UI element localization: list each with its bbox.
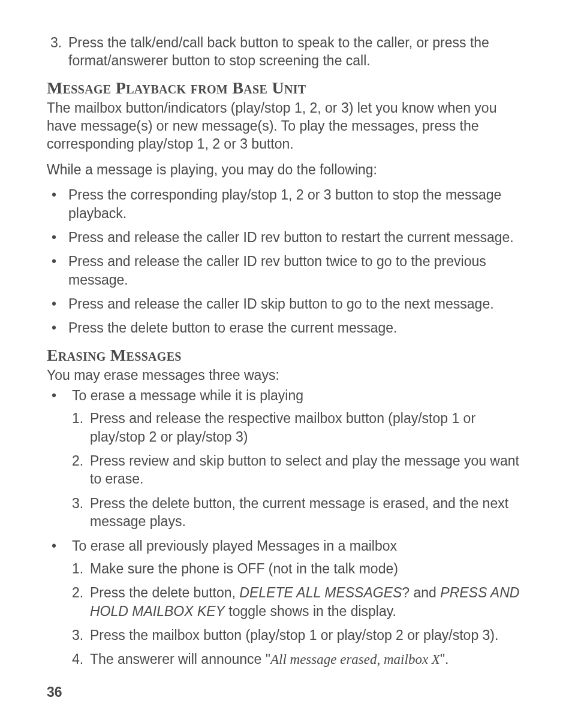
heading-erasing-messages: Erasing Messages — [47, 346, 525, 365]
playback-bullet: Press the delete button to erase the cur… — [68, 319, 525, 337]
step: Press and release the respective mailbox… — [90, 409, 525, 446]
text: ? and — [402, 585, 440, 600]
text: The answerer will announce " — [90, 651, 270, 667]
erasing-groups: To erase a message while it is playing P… — [47, 386, 525, 669]
page-number: 36 — [47, 684, 62, 700]
delete-all-messages-label: DELETE ALL MESSAGES — [239, 585, 402, 600]
step: Press the delete button, the current mes… — [90, 494, 525, 531]
erase-while-playing-steps: Press and release the respective mailbox… — [68, 409, 525, 530]
step: The answerer will announce "All message … — [90, 650, 525, 669]
text: toggle shows in the display. — [225, 603, 396, 619]
step-3: Press the talk/end/call back button to s… — [68, 34, 525, 70]
playback-bullet: Press and release the caller ID skip but… — [68, 295, 525, 313]
text: Press the delete button, — [90, 585, 239, 600]
erasing-intro: You may erase messages three ways: — [47, 366, 525, 384]
erase-while-playing-group: To erase a message while it is playing P… — [68, 386, 525, 531]
text: ". — [440, 651, 449, 667]
document-page: Press the talk/end/call back button to s… — [0, 0, 572, 728]
step: Press the mailbox button (play/stop 1 or… — [90, 626, 525, 644]
erase-all-steps: Make sure the phone is OFF (not in the t… — [68, 560, 525, 669]
step: Press the delete button, DELETE ALL MESS… — [90, 584, 525, 620]
step: Make sure the phone is OFF (not in the t… — [90, 560, 525, 578]
step: Press review and skip button to select a… — [90, 452, 525, 488]
playback-bullets: Press the corresponding play/stop 1, 2 o… — [47, 186, 525, 337]
continued-step-list: Press the talk/end/call back button to s… — [47, 34, 525, 70]
playback-bullet: Press and release the caller ID rev butt… — [68, 252, 525, 289]
playback-bullet: Press the corresponding play/stop 1, 2 o… — [68, 186, 525, 222]
erase-all-group: To erase all previously played Messages … — [68, 537, 525, 669]
group-title: To erase all previously played Messages … — [72, 538, 397, 554]
playback-intro: The mailbox button/indicators (play/stop… — [47, 99, 525, 153]
playback-lead: While a message is playing, you may do t… — [47, 161, 525, 179]
playback-bullet: Press and release the caller ID rev butt… — [68, 228, 525, 246]
heading-message-playback: Message Playback from Base Unit — [47, 78, 525, 98]
announcement-quote: All message erased, mailbox X — [270, 652, 440, 667]
group-title: To erase a message while it is playing — [72, 388, 303, 403]
